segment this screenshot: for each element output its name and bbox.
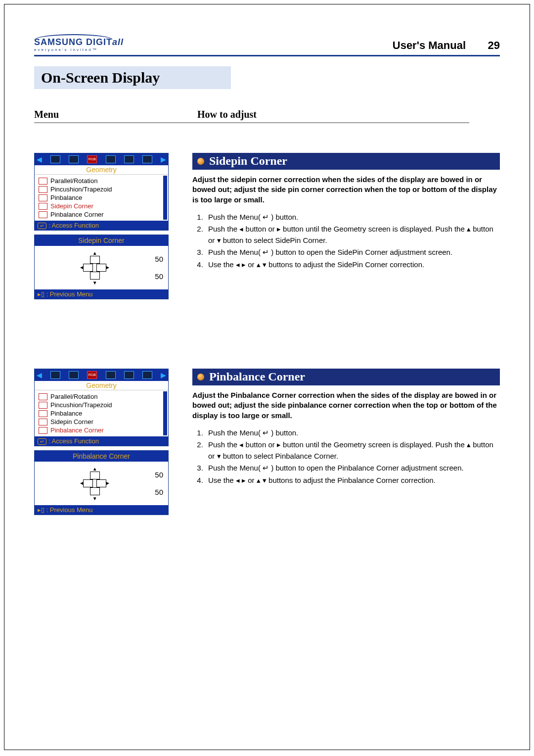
steps-list: Push the Menu( ↵ ) button. Push the ◂ bu… bbox=[192, 212, 500, 271]
osd-previous-hint: ▸▯ : Previous Menu bbox=[35, 289, 168, 299]
osd-icon bbox=[142, 155, 152, 163]
column-headers: Menu How to adjust bbox=[34, 109, 469, 123]
osd-adjust-body: ▲ ◂ ▸ ▼ 50 50 bbox=[35, 462, 168, 505]
section-pinbalance: ◀ RGB ▶ Geometry Parallel/Rotation Pincu… bbox=[34, 369, 500, 515]
header-right: User's Manual 29 bbox=[393, 39, 500, 52]
osd-item: Sidepin Corner bbox=[39, 418, 164, 426]
manual-title: User's Manual bbox=[393, 39, 466, 51]
osd-adjust-panel: Sidepin Corner ▲ ◂ ▸ ▼ 50 50 ▸▯ : Previo… bbox=[34, 235, 169, 299]
shape-icon bbox=[83, 479, 93, 487]
osd-screenshot-1: ◀ RGB ▶ Geometry Parallel/Rotation Pincu… bbox=[34, 153, 187, 299]
step: Use the ◂ ▸ or ▴ ▾ buttons to adjust the… bbox=[205, 475, 500, 486]
brand-name: SAMSUNG DIGIT bbox=[34, 37, 112, 47]
shape-icon bbox=[96, 264, 106, 272]
osd-adjust-diagram: ▲ ◂ ▸ ▼ bbox=[40, 250, 150, 285]
osd-item-list: Parallel/Rotation Pincushion/Trapezoid P… bbox=[35, 390, 168, 436]
step: Use the ◂ ▸ or ▴ ▾ buttons to adjust the… bbox=[205, 259, 500, 271]
osd-scrollbar bbox=[163, 176, 167, 220]
osd-menu: ◀ RGB ▶ Geometry Parallel/Rotation Pincu… bbox=[34, 369, 169, 446]
osd-scrollbar bbox=[163, 391, 167, 435]
osd-adjust-diagram: ▲ ◂ ▸ ▼ bbox=[40, 466, 150, 501]
osd-screenshot-2: ◀ RGB ▶ Geometry Parallel/Rotation Pincu… bbox=[34, 369, 187, 515]
enter-icon: ↵ bbox=[38, 223, 46, 229]
topic-title: Pinbalance Corner bbox=[209, 370, 305, 383]
osd-value: 50 bbox=[155, 488, 163, 496]
osd-value: 50 bbox=[155, 255, 163, 263]
osd-nav-left-icon: ◀ bbox=[37, 155, 42, 163]
osd-icon bbox=[50, 371, 60, 379]
osd-item-list: Parallel/Rotation Pincushion/Trapezoid P… bbox=[35, 175, 168, 221]
bullet-icon bbox=[197, 158, 204, 165]
brand-name-ital: all bbox=[112, 37, 124, 47]
osd-item: Pincushion/Trapezoid bbox=[39, 185, 164, 193]
osd-icon bbox=[69, 155, 79, 163]
page: SAMSUNG DIGITall everyone's invited™ Use… bbox=[4, 4, 530, 750]
osd-item-selected: Pinbalance Corner bbox=[39, 426, 164, 434]
howto-pinbalance: Pinbalance Corner Adjust the Pinbalance … bbox=[187, 369, 500, 515]
page-number: 29 bbox=[488, 39, 500, 51]
osd-icon bbox=[106, 371, 116, 379]
shape-icon bbox=[90, 472, 100, 479]
osd-item: Parallel/Rotation bbox=[39, 177, 164, 185]
topic-intro: Adjust the sidepin corner correction whe… bbox=[192, 175, 500, 205]
osd-category: Geometry bbox=[35, 165, 168, 175]
column-howto-header: How to adjust bbox=[197, 109, 257, 120]
step: Push the ◂ button or ▸ button until the … bbox=[205, 439, 500, 462]
step: Push the Menu( ↵ ) button. bbox=[205, 212, 500, 223]
osd-icon bbox=[124, 371, 134, 379]
osd-icon-bar: ◀ RGB ▶ bbox=[35, 369, 168, 381]
section-sidepin: ◀ RGB ▶ Geometry Parallel/Rotation Pincu… bbox=[34, 153, 500, 299]
prev-icon: ▸▯ bbox=[38, 290, 46, 298]
osd-item-selected: Sidepin Corner bbox=[39, 202, 164, 210]
osd-nav-right-icon: ▶ bbox=[161, 155, 166, 163]
osd-adjust-title: Sidepin Corner bbox=[35, 235, 168, 246]
osd-icon bbox=[106, 155, 116, 163]
osd-previous-hint: ▸▯ : Previous Menu bbox=[35, 505, 168, 515]
osd-category: Geometry bbox=[35, 381, 168, 390]
shape-icon bbox=[83, 264, 93, 272]
osd-item: Parallel/Rotation bbox=[39, 392, 164, 401]
osd-adjust-body: ▲ ◂ ▸ ▼ 50 50 bbox=[35, 246, 168, 289]
shape-icon bbox=[90, 487, 100, 495]
header: SAMSUNG DIGITall everyone's invited™ Use… bbox=[34, 34, 500, 52]
osd-icon-bar: ◀ RGB ▶ bbox=[35, 153, 168, 165]
step: Push the Menu( ↵ ) button. bbox=[205, 427, 500, 439]
topic-bar: Sidepin Corner bbox=[192, 153, 500, 170]
section-title-bar: On-Screen Display bbox=[34, 66, 231, 89]
section-title: On-Screen Display bbox=[41, 69, 160, 86]
shape-icon bbox=[90, 256, 100, 264]
osd-item: Pinbalance Corner bbox=[39, 210, 164, 219]
header-divider bbox=[34, 55, 500, 56]
brand-logo: SAMSUNG DIGITall everyone's invited™ bbox=[34, 34, 124, 52]
topic-title: Sidepin Corner bbox=[209, 154, 287, 168]
topic-bar: Pinbalance Corner bbox=[192, 369, 500, 385]
osd-icon bbox=[142, 371, 152, 379]
osd-access-hint: ↵: Access Function bbox=[35, 436, 168, 446]
shape-icon bbox=[96, 479, 106, 487]
osd-item: Pincushion/Trapezoid bbox=[39, 401, 164, 409]
column-menu-header: Menu bbox=[34, 109, 197, 120]
osd-values: 50 50 bbox=[155, 255, 163, 281]
osd-rgb-icon: RGB bbox=[87, 155, 97, 163]
topic-intro: Adjust the Pinbalance Corner correction … bbox=[192, 390, 500, 421]
osd-values: 50 50 bbox=[155, 471, 163, 496]
osd-item: Pinbalance bbox=[39, 193, 164, 202]
osd-icon bbox=[124, 155, 134, 163]
osd-rgb-icon: RGB bbox=[87, 371, 97, 379]
steps-list: Push the Menu( ↵ ) button. Push the ◂ bu… bbox=[192, 427, 500, 486]
step: Push the ◂ button or ▸ button until the … bbox=[205, 224, 500, 246]
osd-access-hint: ↵: Access Function bbox=[35, 221, 168, 230]
howto-sidepin: Sidepin Corner Adjust the sidepin corner… bbox=[187, 153, 500, 299]
osd-value: 50 bbox=[155, 471, 163, 479]
step: Push the Menu( ↵ ) button to open the Si… bbox=[205, 247, 500, 258]
osd-value: 50 bbox=[155, 272, 163, 281]
osd-nav-right-icon: ▶ bbox=[161, 371, 166, 379]
osd-nav-left-icon: ◀ bbox=[37, 371, 42, 379]
enter-icon: ↵ bbox=[38, 438, 46, 445]
osd-menu: ◀ RGB ▶ Geometry Parallel/Rotation Pincu… bbox=[34, 153, 169, 231]
bullet-icon bbox=[197, 374, 204, 380]
brand-tagline: everyone's invited™ bbox=[34, 47, 124, 52]
osd-item: Pinbalance bbox=[39, 409, 164, 418]
osd-adjust-panel: Pinbalance Corner ▲ ◂ ▸ ▼ 50 50 ▸▯ : Pre… bbox=[34, 450, 169, 515]
osd-icon bbox=[69, 371, 79, 379]
